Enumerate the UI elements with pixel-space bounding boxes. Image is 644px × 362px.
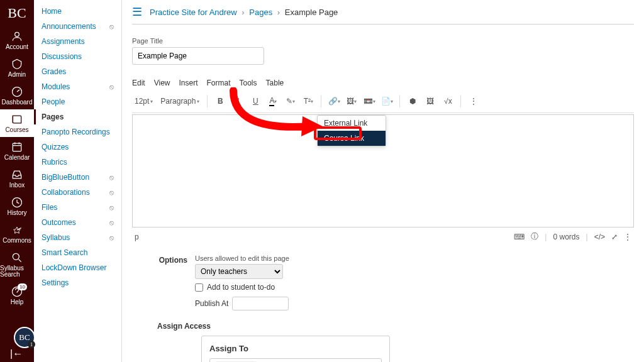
avatar-badge: 1 [28, 341, 35, 348]
nav-admin[interactable]: Admin [0, 54, 34, 82]
help-icon: 10 [11, 285, 23, 298]
svg-point-4 [13, 253, 19, 260]
hidden-icon: ⦸ [109, 219, 114, 227]
calendar-icon [11, 141, 23, 153]
word-count[interactable]: 0 words [553, 233, 579, 241]
menu-format[interactable]: Format [207, 79, 231, 87]
link-button[interactable]: 🔗▾ [326, 94, 341, 109]
media-button[interactable]: 📼▾ [362, 94, 377, 109]
paragraph-select[interactable]: Paragraph▾ [158, 96, 202, 107]
sidebar-item-grades[interactable]: Grades [34, 64, 121, 79]
external-link-option[interactable]: External Link [318, 116, 386, 131]
sidebar-item-pages[interactable]: Pages [34, 109, 121, 124]
sidebar-item-smart-search[interactable]: Smart Search [34, 245, 121, 260]
sidebar-item-home[interactable]: Home [34, 4, 121, 19]
nav-calendar[interactable]: Calendar [0, 137, 34, 165]
avatar[interactable]: BC 1 [14, 327, 35, 348]
breadcrumb-page: Example Page [285, 8, 338, 17]
sidebar-item-files[interactable]: Files⦸ [34, 200, 121, 215]
sidebar-item-settings[interactable]: Settings [34, 275, 121, 290]
assign-access-heading: Assign Access [132, 322, 634, 331]
sidebar-item-collaborations[interactable]: Collaborations⦸ [34, 185, 121, 200]
inbox-icon [11, 168, 23, 181]
breadcrumb-course[interactable]: Practice Site for Andrew [150, 8, 237, 17]
edit-permission-select[interactable]: Only teachers [195, 264, 283, 279]
search-icon [11, 251, 23, 264]
admin-icon [11, 58, 23, 70]
more-button[interactable]: ⋮ [466, 94, 481, 109]
fullscreen-button[interactable]: ⤢ [611, 233, 618, 241]
commons-icon [11, 224, 23, 236]
nav-dashboard[interactable]: Dashboard [0, 82, 34, 109]
course-link-option[interactable]: Course Link [318, 131, 386, 146]
menu-table[interactable]: Table [266, 79, 284, 87]
todo-checkbox[interactable] [195, 283, 203, 292]
svg-rect-2 [13, 143, 21, 151]
editor-canvas[interactable]: External Link Course Link [132, 114, 634, 228]
a11y-icon[interactable]: ⓘ [531, 231, 538, 242]
menu-edit[interactable]: Edit [132, 79, 145, 87]
superscript-button[interactable]: T²▾ [301, 94, 316, 109]
font-size-select[interactable]: 12pt▾ [132, 96, 155, 107]
keyboard-icon[interactable]: ⌨ [514, 233, 525, 241]
menu-view[interactable]: View [154, 79, 170, 87]
logo[interactable]: BC [8, 3, 26, 26]
hidden-icon: ⦸ [109, 83, 114, 91]
nav-syllabus-search[interactable]: Syllabus Search [0, 248, 34, 282]
menu-insert[interactable]: Insert [179, 79, 197, 87]
plugin-button[interactable]: ⬢ [405, 94, 420, 109]
breadcrumb-section[interactable]: Pages [249, 8, 272, 17]
document-button[interactable]: 📄▾ [379, 94, 394, 109]
rce-toolbar: 12pt▾ Paragraph▾ B I U A▾ ✎▾ T²▾ 🔗▾ 🖼▾ 📼… [132, 90, 634, 113]
sidebar-item-panopto-recordings[interactable]: Panopto Recordings [34, 124, 121, 140]
todo-label: Add to student to-do [207, 283, 275, 292]
nav-account[interactable]: Account [0, 26, 34, 54]
underline-button[interactable]: U [248, 94, 263, 109]
sidebar-item-people[interactable]: People [34, 94, 121, 109]
hidden-icon: ⦸ [109, 204, 114, 212]
global-nav: BC AccountAdminDashboardCoursesCalendarI… [0, 0, 34, 362]
rce-menubar: EditViewInsertFormatToolsTable [132, 76, 634, 90]
sidebar-item-modules[interactable]: Modules⦸ [34, 79, 121, 94]
menu-tools[interactable]: Tools [240, 79, 257, 87]
sidebar-item-assignments[interactable]: Assignments [34, 34, 121, 49]
nav-inbox[interactable]: Inbox [0, 165, 34, 192]
history-icon [11, 196, 23, 209]
assign-to-input[interactable]: Everyone ✕ [209, 358, 382, 362]
sidebar-item-discussions[interactable]: Discussions [34, 49, 121, 64]
nav-history[interactable]: History [0, 192, 34, 220]
html-button[interactable]: </> [594, 233, 605, 241]
hamburger-icon[interactable]: ☰ [132, 5, 142, 19]
sidebar-item-announcements[interactable]: Announcements⦸ [34, 19, 121, 34]
bold-button[interactable]: B [213, 94, 228, 109]
status-more-button[interactable]: ⋮ [624, 233, 631, 241]
sidebar-item-syllabus[interactable]: Syllabus⦸ [34, 230, 121, 245]
equation-button[interactable]: √x [440, 94, 455, 109]
nav-help[interactable]: 10Help [0, 282, 34, 309]
rich-content-editor: EditViewInsertFormatToolsTable 12pt▾ Par… [132, 76, 634, 246]
sidebar-item-lockdown-browser[interactable]: LockDown Browser [34, 260, 121, 275]
sidebar-item-quizzes[interactable]: Quizzes [34, 140, 121, 155]
assign-card: Assign To Everyone ✕ [201, 336, 390, 362]
sidebar-item-rubrics[interactable]: Rubrics [34, 155, 121, 170]
courses-icon [11, 113, 23, 126]
text-color-button[interactable]: A▾ [265, 94, 280, 109]
main-content: ☰ Practice Site for Andrew › Pages › Exa… [122, 0, 644, 362]
image-button[interactable]: 🖼▾ [344, 94, 359, 109]
link-dropdown: External Link Course Link [317, 115, 386, 146]
svg-point-0 [15, 32, 19, 36]
italic-button[interactable]: I [230, 94, 245, 109]
page-title-input[interactable] [132, 47, 264, 65]
dashboard-icon [11, 85, 23, 98]
hidden-icon: ⦸ [109, 23, 114, 31]
nav-commons[interactable]: Commons [0, 220, 34, 248]
sidebar-item-bigbluebutton[interactable]: BigBlueButton⦸ [34, 170, 121, 185]
element-path[interactable]: p [135, 233, 139, 241]
collapse-nav-icon[interactable]: |← [10, 348, 23, 359]
publish-at-input[interactable] [232, 297, 289, 310]
rce-status-bar: p ⌨ ⓘ | 0 words | </> ⤢ ⋮ [132, 228, 634, 246]
nav-courses[interactable]: Courses [0, 109, 34, 137]
highlight-button[interactable]: ✎▾ [283, 94, 298, 109]
insert-image-button[interactable]: 🖼 [423, 94, 438, 109]
sidebar-item-outcomes[interactable]: Outcomes⦸ [34, 215, 121, 230]
